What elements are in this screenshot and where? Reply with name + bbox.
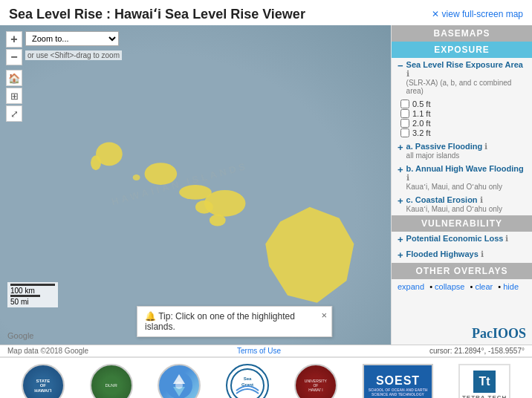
svg-point-4 [179, 185, 212, 200]
coastal-erosion-info[interactable]: ℹ [480, 195, 483, 204]
coastal-erosion-label: c. Coastal Erosion [406, 195, 478, 204]
terms-link[interactable]: Terms of Use [237, 347, 281, 355]
overlay-links: expand • collapse • clear • hide [392, 279, 532, 294]
exposure-header[interactable]: EXPOSURE [392, 42, 532, 58]
zoom-dropdown[interactable]: Zoom to... Hawaiʻi (Big Island) Maui Oʻa… [25, 31, 119, 46]
zoom-hint: or use <Shift>-drag to zoom [25, 50, 122, 60]
map-background: HAWAIIAN ISLANDS [0, 25, 391, 345]
tip-icon: 🔔 [145, 311, 158, 322]
page-title: Sea Level Rise : Hawaiʻi Sea Level Rise … [9, 7, 305, 22]
scale-km-label: 100 km [10, 287, 35, 295]
soest-subtext: SCHOOL OF OCEAN AND EARTHSCIENCE AND TEC… [369, 388, 428, 397]
wave-flooding-expand[interactable]: + [398, 164, 403, 175]
flooded-highways-expand[interactable]: + [398, 249, 403, 261]
passive-flooding-info[interactable]: ℹ [484, 142, 487, 151]
slr-checkboxes: 0.5 ft 1.1 ft 2.0 ft 3.2 ft [392, 97, 532, 140]
svg-text:Sea: Sea [244, 376, 252, 381]
checkbox-2.0ft[interactable]: 2.0 ft [400, 119, 523, 128]
dlnr-logo: DLNR [90, 364, 133, 398]
home-button[interactable]: 🏠 [6, 70, 22, 86]
map-area[interactable]: HAWAIIAN ISLANDS [0, 25, 391, 345]
checkbox-3.2ft[interactable]: 3.2 ft [400, 128, 523, 137]
clear-link[interactable]: clear [475, 282, 493, 291]
sea-level-sub: (SLR-XA) (a, b, and c combined area) [406, 79, 526, 95]
sea-level-info-icon[interactable]: ℹ [406, 69, 409, 78]
svg-marker-0 [265, 207, 354, 303]
map-nav-buttons: 🏠 ⊞ ⤢ [6, 70, 22, 122]
flooded-highways-info[interactable]: ℹ [481, 249, 484, 258]
economic-loss-layer: + Potential Economic Loss ℹ [392, 232, 532, 247]
cursor-info: cursor: 21.2894°, -158.9557° [429, 347, 525, 355]
map-bottom-bar: Map data ©2018 Google Terms of Use curso… [0, 345, 532, 356]
google-logo: Google [7, 331, 33, 340]
sidebar: BASEMAPS EXPOSURE − Sea Level Rise Expos… [391, 25, 532, 345]
climate-logo [158, 364, 201, 398]
hide-link[interactable]: hide [503, 282, 519, 291]
footer-logos: STATEOFHAWAIʻI DLNR Sea Grant [0, 356, 532, 398]
scale-line-km [10, 284, 55, 286]
main-area: HAWAIIAN ISLANDS [0, 25, 532, 345]
passive-flooding-expand[interactable]: + [398, 142, 403, 153]
tetra-icon-text: Tt [479, 375, 490, 388]
wave-flooding-layer: + b. Annual High Wave Flooding ℹ Kauaʻi,… [392, 162, 532, 193]
expand-button[interactable]: ⤢ [6, 105, 22, 122]
svg-point-5 [145, 163, 178, 185]
svg-point-8 [133, 174, 140, 180]
checkbox-2.0ft-label: 2.0 ft [412, 119, 430, 128]
zoom-in-button[interactable]: + [6, 31, 22, 48]
passive-flooding-label: a. Passive Flooding [406, 142, 483, 151]
fullscreen-link[interactable]: ✕ view full-screen map [432, 9, 523, 19]
svg-point-12 [175, 382, 183, 389]
pacioos-text: PacIOOS [472, 326, 526, 341]
economic-loss-label: Potential Economic Loss [406, 234, 504, 243]
economic-loss-info[interactable]: ℹ [505, 234, 508, 243]
soest-text: SOEST [369, 374, 428, 388]
svg-point-7 [91, 155, 101, 170]
wave-flooding-sub: Kauaʻi, Maui, and Oʻahu only [406, 183, 526, 191]
wave-flooding-info[interactable]: ℹ [406, 173, 409, 182]
seagrant-svg: Sea Grant [229, 367, 266, 398]
vulnerability-header: VULNERABILITY [392, 215, 532, 232]
hawaii-state-logo: STATEOFHAWAIʻI [22, 364, 65, 398]
tetra-tech-logo: Tt Tetra Tech [458, 364, 510, 398]
passive-flooding-sub: all major islands [406, 151, 488, 160]
checkbox-0.5ft[interactable]: 0.5 ft [400, 100, 523, 108]
checkbox-0.5ft-label: 0.5 ft [412, 100, 430, 108]
collapse-link[interactable]: collapse [435, 282, 464, 291]
wave-flooding-label: b. Annual High Wave Flooding [406, 164, 524, 173]
svg-point-2 [210, 215, 226, 226]
checkbox-0.5ft-input[interactable] [400, 100, 409, 108]
sea-level-label: Sea Level Rise Exposure Area [406, 60, 523, 69]
sea-level-layer: − Sea Level Rise Exposure Area ℹ (SLR-XA… [392, 58, 532, 97]
scale-mi-label: 50 mi [10, 298, 28, 306]
tetra-tech-text: Tetra Tech [462, 394, 507, 399]
soest-logo: SOEST SCHOOL OF OCEAN AND EARTHSCIENCE A… [363, 364, 434, 398]
checkbox-3.2ft-input[interactable] [400, 128, 409, 137]
coastal-erosion-expand[interactable]: + [398, 195, 403, 206]
univ-hawaii-logo: UNIVERSITYOFHAWAIʻI [294, 364, 337, 398]
checkbox-1.1ft[interactable]: 1.1 ft [400, 109, 523, 118]
tip-text: Tip: Click on one of the highlighted isl… [145, 311, 295, 332]
page-header: ✕ view full-screen map Sea Level Rise : … [0, 0, 532, 25]
islands-svg [0, 25, 391, 345]
checkbox-2.0ft-input[interactable] [400, 119, 409, 128]
tip-box: 🔔 Tip: Click on one of the highlighted i… [137, 306, 332, 337]
zoom-controls: + − [6, 31, 22, 65]
tip-close-button[interactable]: × [322, 310, 328, 321]
expand-link[interactable]: expand [398, 282, 424, 291]
coastal-erosion-layer: + c. Coastal Erosion ℹ Kauaʻi, Maui, and… [392, 193, 532, 215]
pacioos-logo: PacIOOS [392, 323, 532, 345]
sea-level-expand-icon[interactable]: − [398, 60, 403, 71]
layers-button[interactable]: ⊞ [6, 88, 22, 104]
coastal-erosion-sub: Kauaʻi, Maui, and Oʻahu only [406, 205, 502, 213]
map-data-label: Map data ©2018 Google [7, 347, 88, 355]
scale-bar: 100 km 50 mi [7, 282, 58, 307]
economic-loss-expand[interactable]: + [398, 234, 403, 245]
basemaps-header: BASEMAPS [392, 25, 532, 42]
tetra-icon: Tt [473, 371, 496, 393]
flooded-highways-layer: + Flooded Highways ℹ [392, 247, 532, 263]
zoom-select[interactable]: Zoom to... Hawaiʻi (Big Island) Maui Oʻa… [25, 31, 119, 46]
checkbox-1.1ft-input[interactable] [400, 109, 409, 118]
zoom-out-button[interactable]: − [6, 49, 22, 65]
seagrant-logo: Sea Grant [226, 364, 269, 398]
